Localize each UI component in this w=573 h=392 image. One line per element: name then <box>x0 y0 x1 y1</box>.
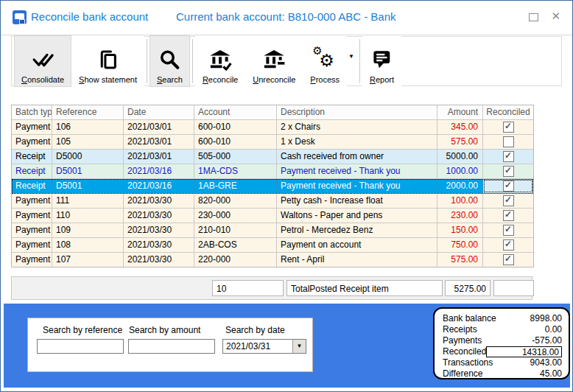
maximize-button[interactable] <box>529 13 538 21</box>
total-amount-field[interactable]: 5275.00 <box>445 280 491 296</box>
reconcile-button[interactable]: Reconcile <box>195 35 245 87</box>
focused-cell: ✓ <box>483 179 533 193</box>
summary-row-difference: Difference 45.00 <box>443 368 562 379</box>
table-row[interactable]: Receipt D5000 2021/03/01 505-000 Cash re… <box>12 150 533 164</box>
search-by-date-label: Search by date <box>225 325 285 335</box>
process-button-group: ⚙ ⚙ Process ▼ <box>303 35 357 87</box>
double-check-icon <box>32 46 54 74</box>
search-reference-input[interactable] <box>37 339 124 354</box>
copy-pages-icon <box>98 46 119 74</box>
current-bank-account-label: Current bank account: B810-000 ABC - Ban… <box>176 10 396 23</box>
table-row[interactable]: Payment 111 2021/03/30 820-000 Petty cas… <box>12 194 533 209</box>
reconciled-checkbox[interactable]: ✓ <box>503 254 514 265</box>
toolbar-separator <box>359 39 360 83</box>
totals-bar: 10 TotalPosted Receipt item 5275.00 <box>11 276 532 300</box>
table-row[interactable]: Payment 107 2021/03/30 220-000 Rent - Ap… <box>12 253 533 267</box>
process-dropdown-arrow[interactable]: ▼ <box>348 53 354 60</box>
reconciled-checkbox[interactable]: ✓ <box>503 210 514 221</box>
report-bubble-icon <box>370 46 393 74</box>
summary-box: Bank balance 8998.00 Receipts 0.00 Payme… <box>433 307 570 379</box>
reconciled-checkbox[interactable]: ✓ <box>503 151 514 162</box>
reconcile-window: Reconcile bank account Current bank acco… <box>0 0 573 392</box>
search-by-reference-label: Search by reference <box>43 325 122 335</box>
reconciled-checkbox[interactable]: ✓ <box>503 166 514 177</box>
close-button[interactable]: ✕ <box>551 10 560 23</box>
search-date-combobox[interactable]: 2021/03/31 ▼ <box>222 339 306 354</box>
title-bar: Reconcile bank account Current bank acco… <box>1 1 572 35</box>
reconciled-checkbox[interactable]: ✓ <box>503 239 514 251</box>
reconciled-checkbox[interactable]: ✓ <box>503 195 514 206</box>
extra-total-field[interactable] <box>493 280 534 296</box>
grid-header-row: Batch type Reference Date Account Descri… <box>12 105 533 120</box>
column-header-date[interactable]: Date <box>124 105 194 119</box>
toolbar-separator <box>192 39 193 83</box>
table-row[interactable]: Payment 106 2021/03/01 600-010 2 x Chair… <box>12 120 533 135</box>
table-row[interactable]: Receipt D5001 2021/03/16 1MA-CDS Payment… <box>12 164 533 179</box>
search-group: Search by reference Search by amount Sea… <box>27 318 313 372</box>
bank-check-icon <box>208 46 232 74</box>
gears-icon: ⚙ ⚙ <box>312 46 337 74</box>
table-row[interactable]: Payment 109 2021/03/30 210-010 Petrol - … <box>12 223 533 238</box>
summary-row-reconciled: Reconciled 14318.00 <box>443 346 562 357</box>
consolidate-button[interactable]: Consolidate <box>14 35 71 87</box>
reconciled-checkbox[interactable]: ✓ <box>503 122 514 133</box>
transactions-grid: Batch type Reference Date Account Descri… <box>11 105 534 267</box>
bottom-panel: Search by reference Search by amount Sea… <box>4 304 570 388</box>
search-icon <box>158 46 180 74</box>
column-header-batch-type[interactable]: Batch type <box>12 105 52 119</box>
reconciled-checkbox[interactable]: ✓ <box>503 225 514 236</box>
reconciled-value-box[interactable]: 14318.00 <box>486 346 562 357</box>
window-title: Reconcile bank account <box>31 10 148 23</box>
summary-row-transactions: Transactions 9043.00 <box>443 357 562 368</box>
process-button[interactable]: ⚙ ⚙ Process <box>303 35 347 87</box>
search-amount-input[interactable] <box>128 339 215 354</box>
reconciled-checkbox[interactable] <box>503 136 514 147</box>
search-by-amount-label: Search by amount <box>129 325 200 335</box>
column-header-amount[interactable]: Amount <box>437 105 483 119</box>
table-row[interactable]: Payment 110 2021/03/30 230-000 Waltons -… <box>12 209 533 223</box>
total-description-field[interactable]: TotalPosted Receipt item <box>286 280 443 296</box>
show-statement-button[interactable]: Show statement <box>71 35 144 87</box>
unreconcile-button[interactable]: Unreconcile <box>245 35 303 87</box>
summary-row-payments: Payments -575.00 <box>443 335 562 346</box>
reconciled-checkbox[interactable]: ✓ <box>503 181 514 192</box>
table-row[interactable]: Payment 105 2021/03/01 600-010 1 x Desk … <box>12 135 533 150</box>
row-count-field[interactable]: 10 <box>212 280 284 296</box>
summary-row-receipts: Receipts 0.00 <box>443 324 562 335</box>
column-header-description[interactable]: Description <box>277 105 437 119</box>
table-row[interactable]: Payment 108 2021/03/30 2AB-COS Payment o… <box>12 238 533 253</box>
chevron-down-icon[interactable]: ▼ <box>292 340 306 353</box>
search-button[interactable]: Search <box>150 35 190 87</box>
column-header-account[interactable]: Account <box>194 105 277 119</box>
report-button[interactable]: Report <box>362 35 401 87</box>
toolbar-separator <box>147 39 147 83</box>
search-date-value: 2021/03/31 <box>226 341 270 351</box>
column-header-reconciled[interactable]: Reconciled <box>483 105 533 119</box>
table-row-selected[interactable]: Receipt D5001 2021/03/16 1AB-GRE Payment… <box>12 179 533 194</box>
bank-minus-icon <box>262 46 286 74</box>
toolbar: Consolidate Show statement Search <box>11 36 562 86</box>
summary-row-bank-balance: Bank balance 8998.00 <box>443 313 562 324</box>
app-icon <box>13 10 27 24</box>
column-header-reference[interactable]: Reference <box>52 105 124 119</box>
